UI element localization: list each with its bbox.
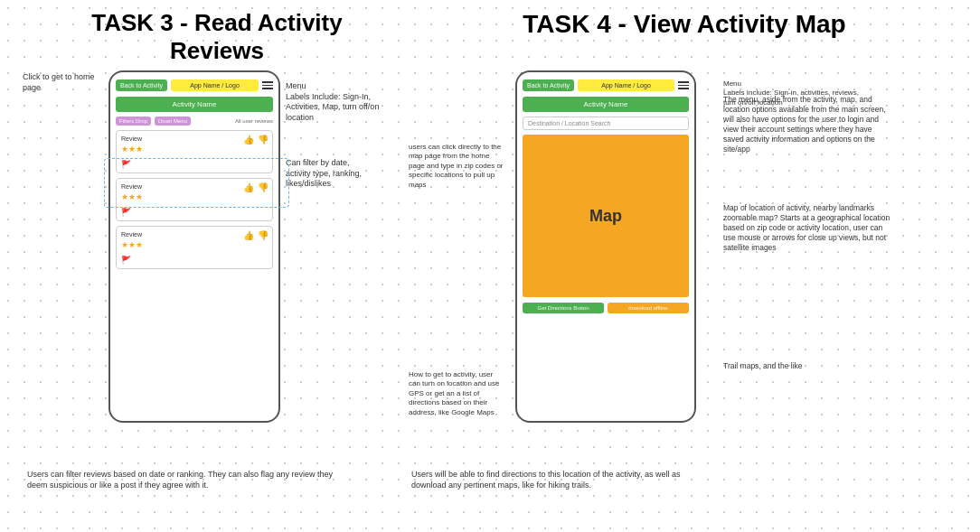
task3-filter-annotation: Can filter by date, activity type, ranki… bbox=[286, 158, 376, 190]
task3-thumbdown-1[interactable]: 👎 bbox=[258, 135, 269, 145]
task3-flag-3[interactable]: 🚩 bbox=[121, 256, 131, 265]
task4-menu-detail-annotation: The menu, aside from the activity, map, … bbox=[723, 95, 890, 154]
task4-phone-header: Back to Activity App Name / Logo bbox=[523, 79, 689, 91]
main-container: TASK 3 - Read ActivityReviews Click to g… bbox=[0, 0, 980, 532]
task4-zipcode-annotation: users can click directly to the map page… bbox=[409, 143, 504, 190]
task3-stars-3: ★★★ bbox=[121, 240, 268, 249]
task4-app-name: App Name / Logo bbox=[578, 79, 674, 91]
task3-bottom-annotation: Users can filter reviews based on date o… bbox=[27, 470, 353, 490]
task4-section: TASK 4 - View Activity Map Click to get … bbox=[407, 9, 962, 523]
task4-download-button[interactable]: download offline bbox=[608, 303, 689, 313]
task3-flag-2[interactable]: 🚩 bbox=[121, 208, 131, 217]
task3-stars-1: ★★★ bbox=[121, 145, 268, 154]
task3-back-button[interactable]: Back to Activity bbox=[116, 79, 167, 91]
task3-click-home-annotation: Click to get to home page bbox=[23, 72, 95, 93]
task3-thumbup-3[interactable]: 👍 bbox=[243, 230, 254, 240]
task3-phone-header: Back to Activity App Name / Logo bbox=[116, 79, 273, 91]
task4-map-buttons: Get Directions Button download offline bbox=[523, 303, 689, 313]
task4-activity-name-bar: Activity Name bbox=[523, 97, 689, 112]
task3-thumbdown-3[interactable]: 👎 bbox=[258, 230, 269, 240]
task4-map-detail-annotation: Map of location of activity, nearby land… bbox=[723, 203, 890, 253]
task3-section: TASK 3 - Read ActivityReviews Click to g… bbox=[18, 9, 398, 523]
task3-title: TASK 3 - Read ActivityReviews bbox=[36, 9, 398, 65]
task3-hamburger-icon[interactable] bbox=[262, 81, 273, 89]
task4-map-area: Map bbox=[523, 135, 689, 297]
task3-app-name: App Name / Logo bbox=[171, 79, 259, 91]
task3-filter-dashed-box bbox=[104, 158, 289, 208]
task3-menu-annotation: Menu Labels Include: Sign-In, Activities… bbox=[286, 81, 385, 124]
task4-back-button[interactable]: Back to Activity bbox=[523, 79, 574, 91]
task3-activity-name-bar: Activity Name bbox=[116, 97, 273, 112]
task3-filter-badge2[interactable]: Down Menu bbox=[155, 117, 191, 126]
task3-reviews-count: All user reviews bbox=[235, 118, 273, 124]
task4-bottom-annotation: Users will be able to find directions to… bbox=[411, 470, 714, 490]
task3-filter-row: Filters Drop Down Menu All user reviews bbox=[116, 117, 273, 126]
task4-destination-search[interactable]: Destination / Location Search bbox=[523, 117, 689, 130]
task4-trail-annotation: Trail maps, and the like bbox=[723, 361, 859, 371]
task3-phone-mockup: Back to Activity App Name / Logo Activit… bbox=[108, 70, 280, 423]
task4-directions-button[interactable]: Get Directions Button bbox=[523, 303, 604, 313]
task4-title: TASK 4 - View Activity Map bbox=[407, 9, 962, 40]
task3-review-card-3: 👍 👎 Review ★★★ 🚩 bbox=[116, 226, 273, 269]
task3-thumbup-1[interactable]: 👍 bbox=[243, 135, 254, 145]
task4-hamburger-icon[interactable] bbox=[678, 81, 689, 89]
task3-filter-badge1[interactable]: Filters Drop bbox=[116, 117, 151, 126]
task4-directions-annotation: How to get to activity, user can turn on… bbox=[409, 370, 506, 417]
task4-phone-mockup: Back to Activity App Name / Logo Activit… bbox=[515, 70, 696, 423]
